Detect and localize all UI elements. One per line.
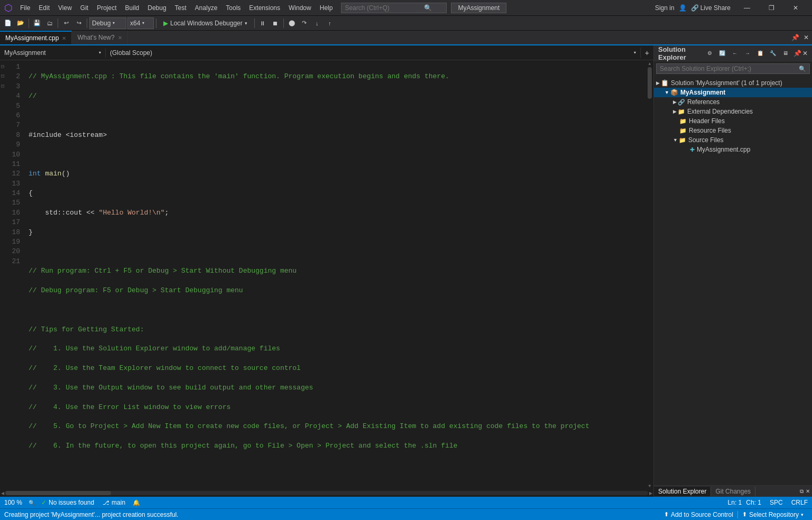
scope2-selector[interactable]: (Global Scope) ▾ — [106, 48, 640, 58]
menu-analyze[interactable]: Analyze — [191, 2, 222, 14]
references-arrow[interactable]: ▶ — [673, 99, 677, 105]
hscroll-track[interactable] — [5, 491, 648, 495]
breakpoint-btn[interactable]: ⬤ — [286, 17, 298, 29]
project-arrow[interactable]: ▼ — [665, 90, 669, 95]
se-search-input[interactable] — [660, 65, 797, 72]
pin-window-btn[interactable]: 📌 — [790, 33, 800, 42]
menu-help[interactable]: Help — [316, 2, 337, 14]
se-btn-toolbar[interactable]: 🖥 — [780, 48, 791, 59]
encoding-indicator[interactable]: SPC — [765, 497, 787, 508]
close-btn[interactable]: ✕ — [783, 0, 808, 16]
cursor-position[interactable]: Ln: 1 Ch: 1 — [724, 497, 765, 508]
tree-item-resource-files[interactable]: 📁 Resource Files — [654, 126, 812, 135]
open-file-btn[interactable]: 📂 — [15, 17, 26, 29]
menu-git[interactable]: Git — [76, 2, 93, 14]
menu-window[interactable]: Window — [284, 2, 316, 14]
source-files-arrow[interactable]: ▼ — [673, 137, 678, 143]
new-project-btn[interactable]: 📄 — [2, 17, 14, 29]
menu-extensions[interactable]: Extensions — [245, 2, 284, 14]
line-ending-indicator[interactable]: CRLF — [787, 497, 812, 508]
code-line-2: // — [29, 91, 642, 101]
notification-btn[interactable]: 🔔 — [130, 497, 143, 508]
tree-item-myassignment[interactable]: ▼ 📦 MyAssignment — [654, 88, 812, 97]
line-ending-label: CRLF — [791, 499, 808, 506]
code-line-1: // MyAssignment.cpp : This file contains… — [29, 72, 642, 81]
solution-arrow[interactable]: ▶ — [656, 80, 660, 86]
tree-item-external-deps[interactable]: ▶ 📁 External Dependencies — [654, 107, 812, 116]
encoding-label: SPC — [770, 499, 783, 506]
tab-close-new[interactable]: ✕ — [118, 35, 122, 41]
add-to-source-control-btn[interactable]: ⬆ Add to Source Control — [660, 511, 737, 518]
zoom-zoom-btn[interactable]: 🔍 — [26, 497, 37, 508]
restore-btn[interactable]: ❐ — [759, 0, 783, 16]
vscroll-up[interactable]: ▲ — [649, 61, 651, 66]
code-content[interactable]: // MyAssignment.cpp : This file contains… — [24, 60, 646, 489]
tb-sep2 — [58, 18, 58, 28]
tree-item-header-files[interactable]: 📁 Header Files — [654, 116, 812, 126]
se-btn-properties[interactable]: ⚙ — [704, 48, 715, 59]
vscroll-down[interactable]: ▼ — [649, 484, 651, 488]
search-input[interactable] — [345, 4, 424, 12]
save-btn[interactable]: 💾 — [31, 17, 43, 29]
tree-item-source-files[interactable]: ▼ 📁 Source Files — [654, 135, 812, 145]
tab-label-cpp: MyAssignment.cpp — [5, 34, 59, 42]
run-dropdown-arrow[interactable]: ▾ — [245, 21, 247, 26]
h-scrollbar[interactable]: ◀ ▶ — [0, 489, 653, 497]
step-over-btn[interactable]: ↷ — [299, 17, 310, 29]
hscroll-right[interactable]: ▶ — [649, 491, 652, 496]
se-btn-forward[interactable]: → — [742, 48, 753, 59]
code-line-4: #include <iostream> — [29, 131, 642, 140]
editor-vscrollbar[interactable]: ▲ ▼ — [646, 60, 653, 489]
scope-selector[interactable]: MyAssignment ▾ — [0, 48, 106, 58]
source-control-indicator[interactable]: ⎇ main — [98, 497, 130, 508]
tab-whats-new[interactable]: What's New? ✕ — [72, 31, 127, 44]
vscroll-thumb[interactable] — [648, 67, 652, 99]
se-tab-git-changes[interactable]: Git Changes — [711, 487, 755, 496]
se-pin-btn[interactable]: 📌 — [793, 50, 801, 57]
se-btn-back[interactable]: ← — [729, 48, 741, 59]
live-share-btn[interactable]: 🔗Live Share — [691, 4, 731, 12]
run-btn[interactable]: ▶ Local Windows Debugger ▾ — [159, 18, 252, 29]
zoom-level[interactable]: 100 % — [0, 497, 26, 508]
debug-config-dropdown[interactable]: Debug ▾ — [89, 17, 126, 29]
tab-myassignment-cpp[interactable]: MyAssignment.cpp ✕ — [0, 31, 72, 44]
stop-btn[interactable]: ⏹ — [270, 17, 281, 29]
tree-item-references[interactable]: ▶ 🔗 References — [654, 97, 812, 107]
sign-in-btn[interactable]: Sign in — [655, 4, 675, 12]
se-btn-refresh[interactable]: 🔄 — [716, 48, 728, 59]
attach-btn[interactable]: ⏸ — [257, 17, 269, 29]
menu-debug[interactable]: Debug — [143, 2, 170, 14]
tree-item-solution[interactable]: ▶ 📋 Solution 'MyAssignment' (1 of 1 proj… — [654, 78, 812, 88]
redo-btn[interactable]: ↪ — [73, 17, 85, 29]
tree-item-cpp-file[interactable]: ✚ MyAssignment.cpp — [654, 145, 812, 154]
issues-indicator[interactable]: ✓ No issues found — [37, 497, 98, 508]
menu-build[interactable]: Build — [121, 2, 144, 14]
se-btn-copy[interactable]: 📋 — [754, 48, 766, 59]
step-out-btn[interactable]: ↑ — [324, 17, 336, 29]
tab-close-cpp[interactable]: ✕ — [62, 35, 66, 41]
menu-edit[interactable]: Edit — [34, 2, 54, 14]
se-float-btn[interactable]: ⧉ — [800, 488, 804, 495]
minimize-btn[interactable]: — — [735, 0, 759, 16]
se-close-panel-btn[interactable]: ✕ — [806, 488, 810, 494]
hscroll-thumb[interactable] — [5, 491, 111, 495]
ext-deps-arrow[interactable]: ▶ — [673, 109, 677, 114]
se-close-btn[interactable]: ✕ — [802, 50, 808, 57]
se-tab-solution-explorer[interactable]: Solution Explorer — [654, 487, 711, 496]
assignment-badge[interactable]: MyAssignment — [451, 3, 506, 13]
step-into-btn[interactable]: ↓ — [311, 17, 323, 29]
menu-test[interactable]: Test — [171, 2, 191, 14]
select-repository-btn[interactable]: ⬆ Select Repository ▾ — [737, 511, 808, 518]
editor-add-btn[interactable]: + — [640, 48, 653, 58]
menu-project[interactable]: Project — [93, 2, 121, 14]
menu-tools[interactable]: Tools — [222, 2, 245, 14]
hscroll-left[interactable]: ◀ — [1, 491, 4, 496]
se-btn-filter[interactable]: 🔧 — [767, 48, 779, 59]
menu-file[interactable]: File — [16, 2, 34, 14]
platform-config-dropdown[interactable]: x64 ▾ — [127, 17, 154, 29]
save-all-btn[interactable]: 🗂 — [44, 17, 56, 29]
search-icon: 🔍 — [424, 4, 432, 12]
undo-btn[interactable]: ↩ — [60, 17, 72, 29]
menu-view[interactable]: View — [54, 2, 76, 14]
close-pane-btn[interactable]: ✕ — [802, 33, 810, 42]
